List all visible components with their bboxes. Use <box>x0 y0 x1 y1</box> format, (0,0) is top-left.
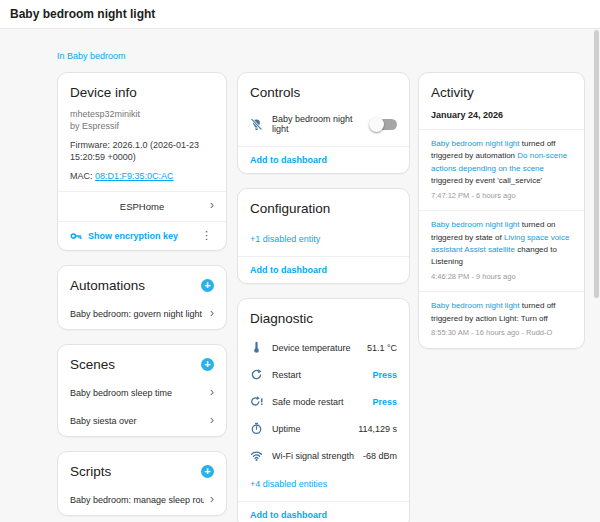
device-info-title: Device info <box>58 73 226 108</box>
diagnostic-label: Wi-Fi signal strength <box>272 451 363 461</box>
disabled-entity-link[interactable]: +1 disabled entity <box>250 234 320 244</box>
add-to-dashboard-link[interactable]: Add to dashboard <box>250 265 327 275</box>
automations-header: Automations + <box>58 266 226 301</box>
app-header: Baby bedroom night light <box>0 0 600 29</box>
logbook-entity-link[interactable]: Baby bedroom night light <box>431 220 520 229</box>
diagnostic-row-wifi[interactable]: Wi-Fi signal strength -68 dBm <box>238 442 409 469</box>
key-icon <box>70 230 82 242</box>
automations-title: Automations <box>70 278 145 293</box>
integration-label: ESPHome <box>120 201 164 212</box>
automation-label: Baby bedroom: govern night light via S..… <box>70 309 204 319</box>
device-mac: MAC: 08:D1:F9:35:0C:AC <box>70 171 214 181</box>
diagnostic-title: Diagnostic <box>238 299 409 334</box>
chevron-right-icon: › <box>210 495 214 504</box>
add-script-button[interactable]: + <box>201 465 214 478</box>
scenes-title: Scenes <box>70 357 115 372</box>
logbook-timestamp: 4:46:28 PM - 9 hours ago <box>431 271 572 283</box>
chevron-right-icon: › <box>210 416 214 425</box>
configuration-card: Configuration +1 disabled entity Add to … <box>237 188 410 284</box>
chevron-right-icon: › <box>210 309 214 318</box>
logbook-entity-link[interactable]: Baby bedroom night light <box>431 139 520 148</box>
activity-date: January 24, 2026 <box>419 108 584 129</box>
content-columns: Device info mhetesp32minikit by Espressi… <box>0 72 600 522</box>
device-info-body: mhetesp32minikit by Espressif Firmware: … <box>58 108 226 181</box>
device-model: mhetesp32minikit <box>70 108 214 120</box>
left-column: Device info mhetesp32minikit by Espressi… <box>57 72 227 522</box>
add-scene-button[interactable]: + <box>201 358 214 371</box>
mac-address-link[interactable]: 08:D1:F9:35:0C:AC <box>95 171 174 181</box>
chevron-right-icon: › <box>210 201 214 210</box>
light-entity-name[interactable]: Baby bedroom night light <box>272 114 371 134</box>
restart-icon <box>250 368 263 381</box>
scene-row[interactable]: Baby bedroom sleep time › <box>58 380 226 408</box>
activity-title: Activity <box>419 73 584 108</box>
middle-column: Controls Baby bedroom night light Add to… <box>237 72 410 522</box>
add-to-dashboard-link[interactable]: Add to dashboard <box>250 510 327 520</box>
chevron-right-icon: › <box>210 388 214 397</box>
script-row[interactable]: Baby bedroom: manage sleep routine › <box>58 487 226 515</box>
diagnostic-footer: Add to dashboard <box>238 501 409 522</box>
scripts-header: Scripts + <box>58 452 226 487</box>
area-link[interactable]: In Baby bedroom <box>57 51 126 61</box>
logbook-text: triggered by event 'call_service' <box>431 176 542 185</box>
diagnostic-label: Uptime <box>272 424 358 434</box>
device-firmware: Firmware: 2026.1.0 (2026-01-23 15:20:59 … <box>70 139 214 163</box>
thermometer-icon <box>250 341 263 354</box>
light-toggle-switch[interactable] <box>371 119 397 130</box>
scene-label: Baby siesta over <box>70 416 204 426</box>
diagnostic-row-safe-mode-restart[interactable]: Safe mode restart Press <box>238 388 409 415</box>
diagnostic-row-restart[interactable]: Restart Press <box>238 361 409 388</box>
breadcrumb: In Baby bedroom <box>0 29 600 72</box>
logbook-entry: Baby bedroom night light turned off trig… <box>419 130 584 210</box>
configuration-title: Configuration <box>238 189 409 224</box>
device-info-footer: Show encryption key ⋮ <box>58 221 226 250</box>
right-column: Activity January 24, 2026 Baby bedroom n… <box>418 72 585 363</box>
scripts-title: Scripts <box>70 464 111 479</box>
logbook-entity-link[interactable]: Baby bedroom night light <box>431 301 520 310</box>
activity-card: Activity January 24, 2026 Baby bedroom n… <box>418 72 585 349</box>
add-automation-button[interactable]: + <box>201 279 214 292</box>
press-button[interactable]: Press <box>372 397 397 407</box>
device-manufacturer: by Espressif <box>70 120 214 132</box>
scene-row[interactable]: Baby siesta over › <box>58 408 226 436</box>
press-button[interactable]: Press <box>372 370 397 380</box>
scene-label: Baby bedroom sleep time <box>70 388 204 398</box>
device-info-card: Device info mhetesp32minikit by Espressi… <box>57 72 227 251</box>
automation-row[interactable]: Baby bedroom: govern night light via S..… <box>58 301 226 329</box>
diagnostic-card: Diagnostic Device temperature 51.1 °C Re… <box>237 298 410 522</box>
restart-alert-icon <box>250 395 263 408</box>
controls-title: Controls <box>238 73 409 108</box>
diagnostic-label: Safe mode restart <box>272 397 372 407</box>
diagnostic-disabled-row: +4 disabled entities <box>238 469 409 501</box>
configuration-disabled-row: +1 disabled entity <box>238 224 409 256</box>
wifi-icon <box>250 449 263 462</box>
mac-label: MAC: <box>70 171 95 181</box>
diagnostic-label: Restart <box>272 370 372 380</box>
controls-card: Controls Baby bedroom night light Add to… <box>237 72 410 174</box>
scenes-card: Scenes + Baby bedroom sleep time › Baby … <box>57 344 227 437</box>
diagnostic-value: 51.1 °C <box>367 343 397 353</box>
diagnostic-value: -68 dBm <box>363 451 397 461</box>
page-title: Baby bedroom night light <box>10 7 155 21</box>
show-encryption-key-button[interactable]: Show encryption key <box>88 231 178 241</box>
diagnostic-row-uptime[interactable]: Uptime 114,129 s <box>238 415 409 442</box>
logbook-entry: Baby bedroom night light turned on trigg… <box>419 211 584 291</box>
overflow-menu-icon[interactable]: ⋮ <box>199 230 214 241</box>
lightbulb-off-icon <box>250 118 263 131</box>
scripts-card: Scripts + Baby bedroom: manage sleep rou… <box>57 451 227 516</box>
vertical-scrollbar[interactable] <box>594 30 599 298</box>
configuration-footer: Add to dashboard <box>238 256 409 283</box>
logbook-entry: Baby bedroom night light turned off trig… <box>419 292 584 347</box>
controls-footer: Add to dashboard <box>238 146 409 173</box>
scenes-header: Scenes + <box>58 345 226 380</box>
automations-card: Automations + Baby bedroom: govern night… <box>57 265 227 330</box>
diagnostic-row-temperature[interactable]: Device temperature 51.1 °C <box>238 334 409 361</box>
integration-row-esphome[interactable]: ESPHome › <box>58 191 226 221</box>
light-entity-row: Baby bedroom night light <box>238 108 409 146</box>
diagnostic-value: 114,129 s <box>358 424 397 434</box>
toggle-thumb <box>369 117 384 132</box>
timer-icon <box>250 422 263 435</box>
disabled-entities-link[interactable]: +4 disabled entities <box>250 479 327 489</box>
add-to-dashboard-link[interactable]: Add to dashboard <box>250 155 327 165</box>
diagnostic-label: Device temperature <box>272 343 367 353</box>
